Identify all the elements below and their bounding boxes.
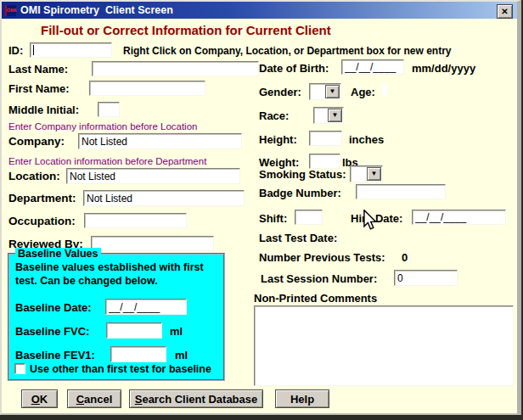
baseline-fvc-label: Baseline FVC: <box>15 325 89 338</box>
last-session-label: Last Session Number: <box>261 272 377 285</box>
previous-tests-label: Number Previous Tests: <box>259 251 385 264</box>
help-button[interactable]: Help <box>275 389 329 408</box>
shift-label: Shift: <box>259 212 287 225</box>
weight-label: Weight: <box>259 156 299 169</box>
window-title: OMI Spirometry Client Screen <box>20 4 173 16</box>
title-bar: OMI OMI Spirometry Client Screen ✕ <box>2 2 517 19</box>
dropdown-arrow-icon[interactable]: ▼ <box>367 167 381 181</box>
search-button-label: S <box>135 393 143 406</box>
occupation-label: Occupation: <box>8 215 76 227</box>
ok-button-label: O <box>31 393 40 406</box>
gender-label: Gender: <box>259 86 301 98</box>
baseline-values-group: Baseline Values Baseline values establis… <box>8 253 225 381</box>
race-label: Race: <box>259 109 289 122</box>
badge-number-input[interactable] <box>356 184 446 199</box>
last-name-label: Last Name: <box>8 63 68 76</box>
baseline-note-line1: Baseline values established with first <box>15 261 204 273</box>
shift-input[interactable] <box>295 210 323 225</box>
race-select[interactable]: ▼ <box>313 107 344 124</box>
occupation-input[interactable] <box>84 213 187 228</box>
close-icon[interactable]: ✕ <box>497 4 513 19</box>
app-icon: OMI <box>5 5 16 16</box>
location-label: Location: <box>8 170 60 182</box>
company-note: Enter Company information before Locatio… <box>8 121 197 132</box>
cancel-button-label: C <box>76 393 84 406</box>
id-input[interactable] <box>30 42 112 58</box>
company-label: Company: <box>8 135 65 148</box>
first-name-label: First Name: <box>8 82 70 95</box>
comments-label: Non-Printed Comments <box>254 292 377 305</box>
baseline-fev1-input[interactable] <box>110 346 166 362</box>
smoking-status-label: Smoking Status: <box>259 168 346 181</box>
dob-label: Date of Birth: <box>259 62 329 75</box>
badge-number-label: Badge Number: <box>259 187 341 199</box>
baseline-fev1-unit: ml <box>175 349 188 361</box>
baseline-fvc-input[interactable] <box>106 322 162 339</box>
dropdown-arrow-icon[interactable]: ▼ <box>328 109 342 122</box>
ok-button[interactable]: OK <box>21 389 58 408</box>
baseline-fev1-label: Baseline FEV1: <box>15 349 95 361</box>
height-label: Height: <box>259 133 297 146</box>
last-name-input[interactable] <box>92 61 259 76</box>
dropdown-arrow-icon[interactable]: ▼ <box>325 85 340 98</box>
department-input[interactable] <box>83 190 245 206</box>
baseline-date-label: Baseline Date: <box>15 301 92 314</box>
use-other-baseline-checkbox[interactable] <box>14 363 25 374</box>
last-test-date-label: Last Test Date: <box>259 232 337 244</box>
baseline-group-legend: Baseline Values <box>15 248 101 260</box>
last-session-input[interactable] <box>394 270 458 286</box>
baseline-fvc-unit: ml <box>170 325 183 338</box>
weight-input[interactable] <box>309 154 340 169</box>
height-unit: inches <box>349 133 384 146</box>
id-label: ID: <box>8 44 23 57</box>
hire-date-input[interactable] <box>412 210 506 225</box>
text-caret <box>33 45 34 55</box>
baseline-date-input[interactable] <box>105 299 187 315</box>
hire-date-label: Hire Date: <box>351 212 402 225</box>
location-note: Enter Location information before Depart… <box>8 156 206 166</box>
company-input[interactable] <box>78 133 242 149</box>
right-click-hint: Right Click on Company, Location, or Dep… <box>123 45 451 57</box>
page-title: Fill-out or Correct Information for Curr… <box>41 23 331 37</box>
client-screen-dialog: OMI OMI Spirometry Client Screen ✕ Fill-… <box>0 0 521 415</box>
search-client-database-button[interactable]: Search Client Database <box>129 389 263 408</box>
cancel-button[interactable]: Cancel <box>67 389 121 408</box>
middle-initial-input[interactable] <box>98 102 120 117</box>
comments-textarea[interactable] <box>254 305 514 386</box>
location-input[interactable] <box>66 168 240 184</box>
baseline-note-line2: test. Can be changed below. <box>15 275 158 287</box>
middle-initial-label: Middle Initial: <box>8 104 79 116</box>
first-name-input[interactable] <box>89 81 205 96</box>
dob-format-label: mm/dd/yyyy <box>412 62 475 75</box>
use-other-baseline-label: Use other than first test for baseline <box>30 363 211 375</box>
height-input[interactable] <box>309 131 342 146</box>
gender-select[interactable]: ▼ <box>309 83 341 100</box>
previous-tests-value: 0 <box>402 251 408 264</box>
age-label: Age: <box>351 86 375 98</box>
age-value-box <box>382 84 387 96</box>
dob-input[interactable] <box>341 59 404 75</box>
department-label: Department: <box>8 192 76 204</box>
smoking-status-select[interactable]: ▼ <box>350 165 383 182</box>
reviewed-by-input[interactable] <box>91 236 214 251</box>
